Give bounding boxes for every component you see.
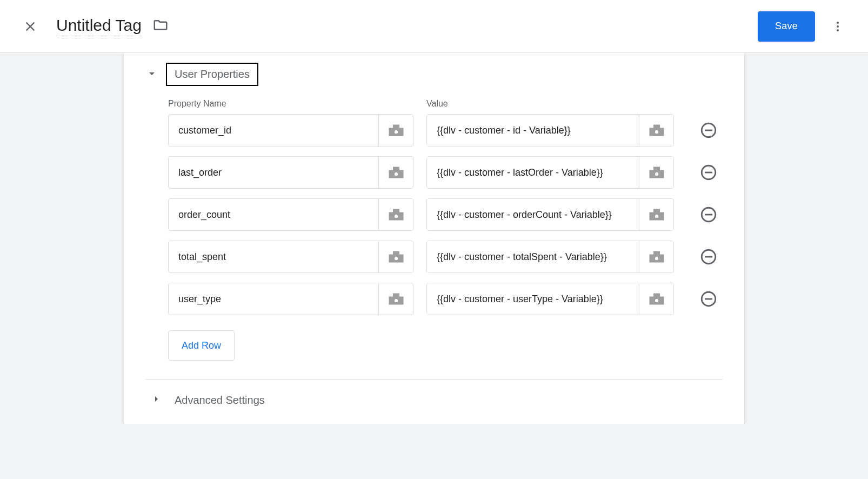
add-row-button[interactable]: Add Row xyxy=(168,330,235,361)
remove-row-button[interactable] xyxy=(696,286,722,312)
variable-brick-icon xyxy=(386,121,406,140)
property-name-input[interactable] xyxy=(169,115,378,146)
property-value-field-wrap xyxy=(426,114,674,147)
remove-circle-icon xyxy=(699,205,718,224)
property-row xyxy=(168,198,723,231)
variable-picker-button[interactable] xyxy=(639,115,673,146)
property-name-field-wrap xyxy=(168,283,413,315)
variable-picker-button[interactable] xyxy=(639,199,673,230)
property-value-input[interactable] xyxy=(427,241,639,272)
property-row xyxy=(168,114,723,147)
property-row xyxy=(168,241,723,273)
property-name-input[interactable] xyxy=(169,241,378,272)
remove-circle-icon xyxy=(699,290,718,308)
variable-brick-icon xyxy=(647,163,666,182)
remove-row-button[interactable] xyxy=(696,202,722,228)
property-name-input[interactable] xyxy=(169,283,378,315)
close-button[interactable] xyxy=(17,14,43,39)
remove-circle-icon xyxy=(699,163,718,182)
property-value-input[interactable] xyxy=(427,283,639,315)
variable-picker-button[interactable] xyxy=(378,199,413,230)
columns-header: Property Name Value xyxy=(168,99,723,109)
variable-brick-icon xyxy=(647,205,666,224)
variable-picker-button[interactable] xyxy=(378,241,413,272)
section-header-advanced-settings[interactable]: Advanced Settings xyxy=(124,380,744,408)
property-name-field-wrap xyxy=(168,156,413,189)
variable-brick-icon xyxy=(647,121,666,140)
variable-brick-icon xyxy=(647,247,666,267)
remove-row-button[interactable] xyxy=(696,159,722,185)
remove-circle-icon xyxy=(699,121,718,139)
variable-brick-icon xyxy=(647,289,666,309)
tag-config-card: User Properties Property Name Value xyxy=(124,53,744,424)
column-header-property-name: Property Name xyxy=(168,99,426,109)
section-title: User Properties xyxy=(166,63,258,86)
folder-button[interactable] xyxy=(152,17,169,36)
overflow-menu-button[interactable] xyxy=(825,14,851,39)
property-value-input[interactable] xyxy=(427,157,639,188)
remove-row-button[interactable] xyxy=(696,117,722,143)
more-vert-icon xyxy=(831,20,844,33)
property-name-field-wrap xyxy=(168,114,413,147)
property-value-field-wrap xyxy=(426,241,674,273)
variable-picker-button[interactable] xyxy=(639,283,673,315)
remove-circle-icon xyxy=(699,248,718,266)
property-name-input[interactable] xyxy=(169,157,378,188)
section-user-properties: User Properties Property Name Value xyxy=(124,63,744,361)
property-value-input[interactable] xyxy=(427,115,639,146)
tag-title[interactable]: Untitled Tag xyxy=(56,16,142,36)
property-value-field-wrap xyxy=(426,198,674,231)
variable-brick-icon xyxy=(386,205,406,224)
close-icon xyxy=(23,19,38,34)
variable-picker-button[interactable] xyxy=(639,157,673,188)
property-row xyxy=(168,283,723,315)
variable-brick-icon xyxy=(386,247,406,267)
variable-brick-icon xyxy=(386,163,406,182)
variable-picker-button[interactable] xyxy=(378,283,413,315)
property-name-field-wrap xyxy=(168,198,413,231)
property-name-input[interactable] xyxy=(169,199,378,230)
property-value-field-wrap xyxy=(426,283,674,315)
topbar: Untitled Tag Save xyxy=(0,0,868,53)
folder-icon xyxy=(152,17,169,34)
section-header-user-properties[interactable]: User Properties xyxy=(145,63,723,86)
property-name-field-wrap xyxy=(168,241,413,273)
variable-picker-button[interactable] xyxy=(378,157,413,188)
variable-brick-icon xyxy=(386,289,406,309)
property-value-field-wrap xyxy=(426,156,674,189)
chevron-right-icon xyxy=(150,392,163,408)
advanced-settings-label: Advanced Settings xyxy=(175,394,265,407)
property-value-input[interactable] xyxy=(427,199,639,230)
variable-picker-button[interactable] xyxy=(378,115,413,146)
rows-container xyxy=(168,114,723,315)
chevron-down-icon xyxy=(145,67,158,82)
variable-picker-button[interactable] xyxy=(639,241,673,272)
topbar-right: Save xyxy=(758,11,851,42)
column-header-value: Value xyxy=(426,99,448,109)
save-button[interactable]: Save xyxy=(758,11,815,42)
remove-row-button[interactable] xyxy=(696,244,722,270)
property-row xyxy=(168,156,723,189)
title-wrap: Untitled Tag xyxy=(56,16,169,36)
